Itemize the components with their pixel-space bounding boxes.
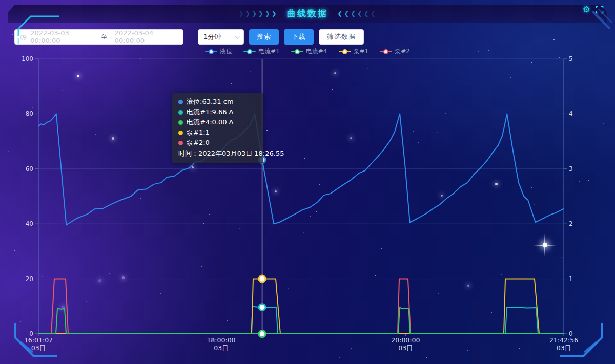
tooltip-row-text: 泵#1:1 bbox=[187, 127, 210, 138]
y-left-tick-label: 60 bbox=[26, 165, 33, 173]
tooltip-row: 电流#1:9.66 A bbox=[178, 107, 257, 117]
series-line-电流#4 bbox=[38, 307, 564, 334]
crosshair-marker-电流#1 bbox=[259, 304, 265, 311]
series-color-dot bbox=[178, 100, 183, 104]
y-left-tick-label: 80 bbox=[26, 110, 33, 117]
x-tick-time: 16:01:07 bbox=[24, 336, 53, 344]
tooltip-time: 时间：2022年03月03日 18:26.55 bbox=[178, 148, 257, 159]
x-tick-time: 21:42:56 bbox=[549, 336, 578, 344]
y-left-tick-label: 100 bbox=[22, 55, 33, 62]
series-line-电流#1 bbox=[38, 307, 564, 334]
tooltip-row-text: 液位:63.31 cm bbox=[187, 97, 234, 107]
y-right-tick-label: 2 bbox=[569, 220, 573, 227]
series-color-dot bbox=[178, 120, 183, 125]
series-line-液位 bbox=[38, 114, 564, 225]
tooltip-row: 泵#2:0 bbox=[178, 138, 257, 148]
series-color-dot bbox=[178, 131, 183, 135]
dashboard-root: ❯❯❯❯❯❯ 曲线数据 ❮❮❮❮❮❮ ⚙ ◷ 2022-03-03 00:00:… bbox=[0, 0, 615, 364]
series-line-泵#1 bbox=[38, 279, 564, 334]
tooltip-row: 电流#4:0.00 A bbox=[178, 117, 257, 127]
y-left-tick-label: 20 bbox=[26, 275, 33, 283]
crosshair-marker-电流#4 bbox=[259, 331, 265, 337]
y-right-tick-label: 3 bbox=[569, 165, 573, 173]
series-color-dot bbox=[178, 110, 183, 115]
y-left-tick-label: 40 bbox=[26, 220, 33, 227]
crosshair-marker-泵#1 bbox=[259, 275, 265, 282]
x-tick-day: 03日 bbox=[214, 344, 228, 352]
series-color-dot bbox=[178, 141, 183, 145]
curve-chart[interactable]: 02040608010001234516:01:0703日18:00:0003日… bbox=[0, 0, 615, 364]
y-right-tick-label: 1 bbox=[569, 275, 573, 283]
x-tick-day: 03日 bbox=[398, 344, 413, 352]
y-right-tick-label: 4 bbox=[569, 110, 573, 117]
chart-tooltip: 液位:63.31 cm 电流#1:9.66 A 电流#4:0.00 A 泵#1:… bbox=[172, 93, 263, 163]
series-line-泵#2 bbox=[38, 279, 564, 334]
x-tick-day: 03日 bbox=[557, 344, 571, 352]
x-tick-time: 18:00:00 bbox=[207, 336, 235, 344]
tooltip-row-text: 泵#2:0 bbox=[187, 138, 210, 148]
tooltip-row-text: 电流#1:9.66 A bbox=[187, 107, 234, 117]
x-tick-time: 20:00:00 bbox=[391, 336, 420, 344]
tooltip-row-text: 电流#4:0.00 A bbox=[187, 117, 234, 127]
tooltip-row: 泵#1:1 bbox=[178, 127, 257, 138]
tooltip-row: 液位:63.31 cm bbox=[178, 97, 257, 107]
y-right-tick-label: 5 bbox=[569, 55, 573, 62]
x-tick-day: 03日 bbox=[31, 344, 46, 352]
